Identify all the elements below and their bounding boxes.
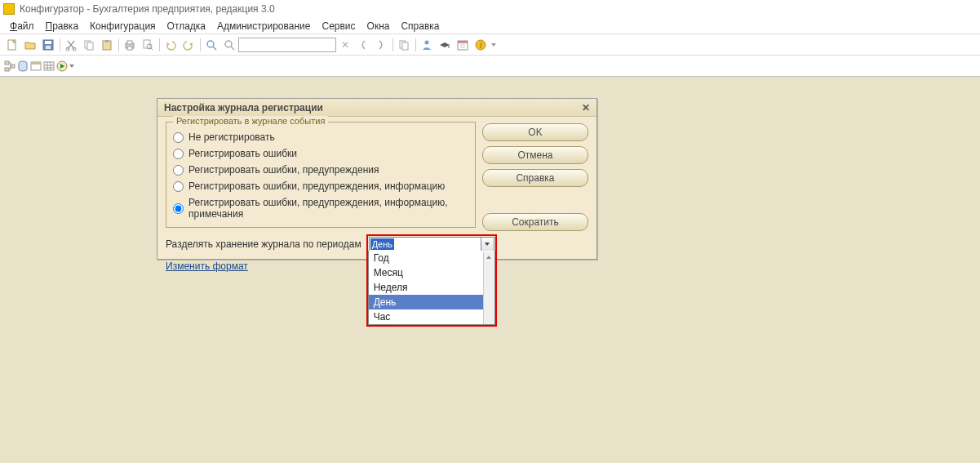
radio-errors-label: Регистрировать ошибки bbox=[188, 148, 297, 159]
paste-icon[interactable] bbox=[98, 36, 116, 54]
period-option-month[interactable]: Месяц bbox=[369, 265, 494, 280]
radio-notes-label: Регистрировать ошибки, предупреждения, и… bbox=[188, 197, 468, 220]
info-icon[interactable]: i bbox=[472, 36, 490, 54]
svg-rect-2 bbox=[45, 41, 51, 44]
radio-errors[interactable]: Регистрировать ошибки bbox=[173, 145, 468, 162]
ok-button[interactable]: OK bbox=[482, 123, 588, 141]
svg-rect-30 bbox=[5, 61, 9, 65]
window-titlebar: Конфигуратор - Бухгалтерия предприятия, … bbox=[0, 0, 980, 18]
menu-file[interactable]: Файл bbox=[5, 19, 39, 33]
svg-rect-11 bbox=[127, 41, 132, 44]
shrink-button[interactable]: Сократить bbox=[482, 213, 588, 231]
close-icon[interactable]: ✕ bbox=[579, 101, 593, 114]
change-format-link[interactable]: Изменить формат bbox=[166, 260, 248, 272]
help-button[interactable]: Справка bbox=[482, 169, 588, 187]
radio-none-input[interactable] bbox=[173, 132, 184, 143]
radio-notes-input[interactable] bbox=[173, 203, 184, 214]
svg-rect-36 bbox=[44, 62, 54, 70]
find-icon[interactable] bbox=[202, 36, 220, 54]
period-combo[interactable]: День bbox=[369, 237, 494, 252]
play-dropdown-icon[interactable] bbox=[69, 63, 77, 69]
radio-errors-input[interactable] bbox=[173, 149, 184, 159]
menu-debug[interactable]: Отладка bbox=[162, 19, 211, 33]
cancel-button[interactable]: Отмена bbox=[482, 146, 588, 164]
radio-info-label: Регистрировать ошибки, предупреждения, и… bbox=[188, 180, 445, 192]
new-icon[interactable] bbox=[3, 36, 21, 54]
period-combo-highlight: День Год Месяц Неделя День Час bbox=[366, 234, 497, 254]
db-icon[interactable] bbox=[16, 60, 29, 73]
save-icon[interactable] bbox=[39, 36, 57, 54]
radio-info-input[interactable] bbox=[173, 181, 184, 192]
dialog-body: Регистрировать в журнале события Не реги… bbox=[157, 117, 596, 259]
svg-point-18 bbox=[225, 41, 232, 47]
chevron-down-icon[interactable] bbox=[481, 238, 494, 251]
period-option-year[interactable]: Год bbox=[369, 251, 494, 265]
info-dropdown-icon[interactable] bbox=[490, 36, 498, 54]
radio-notes[interactable]: Регистрировать ошибки, предупреждения, и… bbox=[173, 194, 468, 222]
svg-rect-25 bbox=[458, 41, 468, 43]
svg-rect-9 bbox=[105, 40, 109, 42]
svg-line-19 bbox=[231, 47, 234, 50]
menu-help[interactable]: Справка bbox=[396, 19, 444, 33]
nav-prev-icon[interactable] bbox=[354, 36, 372, 54]
period-option-hour[interactable]: Час bbox=[369, 309, 494, 324]
period-label: Разделять хранение журнала по периодам bbox=[166, 238, 361, 250]
svg-rect-35 bbox=[31, 62, 41, 65]
window-icon[interactable] bbox=[29, 60, 42, 73]
svg-point-22 bbox=[425, 40, 429, 44]
table-icon[interactable] bbox=[42, 60, 55, 73]
cut-icon[interactable] bbox=[62, 36, 80, 54]
app-icon bbox=[3, 3, 15, 15]
find2-icon[interactable] bbox=[220, 36, 238, 54]
period-option-week[interactable]: Неделя bbox=[369, 280, 494, 295]
open-icon[interactable] bbox=[21, 36, 39, 54]
play-icon[interactable] bbox=[55, 60, 69, 73]
svg-rect-3 bbox=[46, 46, 51, 49]
menu-admin[interactable]: Администрирование bbox=[212, 19, 315, 33]
svg-rect-21 bbox=[402, 42, 408, 50]
period-row: Разделять хранение журнала по периодам Д… bbox=[166, 234, 588, 254]
dialog-title-text: Настройка журнала регистрации bbox=[164, 102, 323, 114]
svg-rect-7 bbox=[87, 42, 93, 50]
svg-line-15 bbox=[151, 48, 153, 50]
menu-config[interactable]: Конфигурация bbox=[85, 19, 161, 33]
radio-warnings[interactable]: Регистрировать ошибки, предупреждения bbox=[173, 162, 468, 178]
search-input[interactable] bbox=[238, 38, 336, 52]
radio-info[interactable]: Регистрировать ошибки, предупреждения, и… bbox=[173, 178, 468, 194]
svg-rect-31 bbox=[5, 68, 9, 71]
period-option-day[interactable]: День bbox=[369, 295, 494, 309]
radio-warnings-input[interactable] bbox=[173, 165, 184, 176]
log-settings-dialog: Настройка журнала регистрации ✕ Регистри… bbox=[157, 98, 597, 260]
scroll-up-icon[interactable] bbox=[484, 252, 494, 263]
period-combo-value: День bbox=[370, 238, 394, 250]
person-icon[interactable] bbox=[418, 36, 436, 54]
menubar: Файл Правка Конфигурация Отладка Админис… bbox=[0, 18, 980, 34]
window-title: Конфигуратор - Бухгалтерия предприятия, … bbox=[20, 3, 275, 15]
undo-icon[interactable] bbox=[162, 36, 180, 54]
menu-windows[interactable]: Окна bbox=[362, 19, 395, 33]
redo-icon[interactable] bbox=[180, 36, 197, 54]
preview-icon[interactable] bbox=[139, 36, 157, 54]
dropdown-scrollbar[interactable] bbox=[483, 252, 494, 324]
radio-none-label: Не регистрировать bbox=[188, 131, 275, 143]
svg-point-16 bbox=[207, 41, 214, 47]
fieldset-legend: Регистрировать в журнале события bbox=[173, 116, 328, 126]
calendar-icon[interactable] bbox=[454, 36, 472, 54]
clear-icon[interactable]: ✕ bbox=[336, 36, 354, 54]
toolbar-secondary bbox=[0, 56, 980, 77]
nav-next-icon[interactable] bbox=[372, 36, 390, 54]
copy-icon[interactable] bbox=[80, 36, 98, 54]
period-dropdown: Год Месяц Неделя День Час bbox=[366, 251, 497, 327]
tree-icon[interactable] bbox=[3, 60, 16, 73]
print-icon[interactable] bbox=[121, 36, 139, 54]
radio-none[interactable]: Не регистрировать bbox=[173, 129, 468, 145]
dialog-titlebar: Настройка журнала регистрации ✕ bbox=[157, 99, 596, 117]
workspace: Настройка журнала регистрации ✕ Регистри… bbox=[0, 77, 980, 463]
clipboard2-icon[interactable] bbox=[395, 36, 413, 54]
dialog-buttons: OK Отмена Справка Сократить bbox=[482, 123, 588, 231]
radio-warnings-label: Регистрировать ошибки, предупреждения bbox=[188, 164, 379, 176]
menu-edit[interactable]: Правка bbox=[41, 19, 84, 33]
svg-rect-32 bbox=[11, 65, 15, 68]
menu-service[interactable]: Сервис bbox=[317, 19, 360, 33]
hat-icon[interactable] bbox=[436, 36, 454, 54]
